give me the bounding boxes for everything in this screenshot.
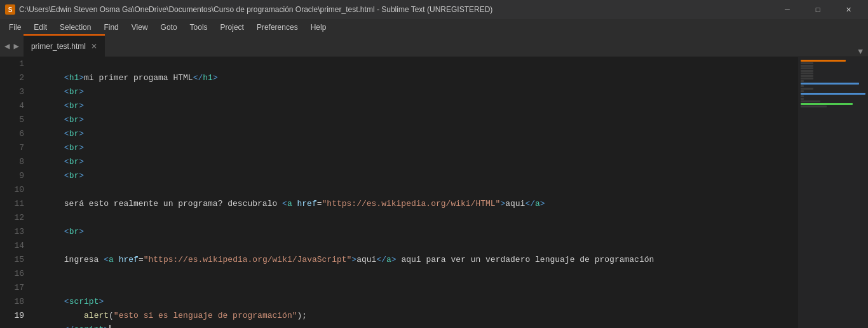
line-num-9: 9 [0,169,32,183]
line-num-8: 8 [0,155,32,169]
code-line-7: <br> [32,141,798,155]
line-num-15: 15 [0,253,32,267]
window-controls: ─ □ ✕ [773,0,863,19]
tab-close-button[interactable]: ✕ [91,42,97,51]
line-num-14: 14 [0,239,32,253]
line-num-11: 11 [0,197,32,211]
menu-goto[interactable]: Goto [154,19,184,35]
tab-nav: ◀ ▶ [0,35,24,57]
line-num-19: 19 [0,309,32,323]
code-line-3: <br> [32,85,798,99]
menu-edit[interactable]: Edit [27,19,53,35]
code-line-12: <br> [32,211,798,225]
code-line-5: <br> [32,113,798,127]
menu-tools[interactable]: Tools [184,19,214,35]
tab-prev-button[interactable]: ◀ [3,41,11,51]
menu-preferences[interactable]: Preferences [250,19,304,35]
minimap [798,57,868,328]
code-line-1: <h1>mi primer progama HTML</h1> [32,57,798,71]
code-line-17: <script> [32,281,798,295]
menu-view[interactable]: View [125,19,154,35]
line-num-16: 16 [0,267,32,281]
close-button[interactable]: ✕ [834,0,863,19]
line-num-18: 18 [0,295,32,309]
title-bar-left: S C:\Users\Edwin Steven Osma Ga\OneDrive… [5,4,492,15]
line-num-10: 10 [0,183,32,197]
code-line-14: ingresa <a href="https://es.wikipedia.or… [32,239,798,253]
menu-find[interactable]: Find [97,19,125,35]
minimap-content [798,57,868,111]
tab-bar: ◀ ▶ primer_test.html ✕ ▼ [0,35,868,57]
line-numbers: 1 2 3 4 5 6 7 8 9 10 11 12 13 14 15 16 1… [0,57,32,328]
line-num-5: 5 [0,113,32,127]
code-line-16 [32,267,798,281]
line-num-1: 1 [0,57,32,71]
maximize-button[interactable]: □ [803,0,832,19]
editor: 1 2 3 4 5 6 7 8 9 10 11 12 13 14 15 16 1… [0,57,868,328]
code-line-10: será esto realmente un programa? descubr… [32,183,798,197]
line-num-17: 17 [0,281,32,295]
line-num-6: 6 [0,127,32,141]
code-line-13 [32,225,798,239]
code-line-4: <br> [32,99,798,113]
minimize-button[interactable]: ─ [773,0,802,19]
line-num-4: 4 [0,99,32,113]
tab-filename: primer_test.html [31,42,86,51]
menu-selection[interactable]: Selection [53,19,97,35]
line-num-2: 2 [0,71,32,85]
tab-next-button[interactable]: ▶ [11,41,20,51]
code-line-9 [32,169,798,183]
code-area[interactable]: <h1>mi primer progama HTML</h1> <br> <br… [32,57,798,328]
code-line-6: <br> [32,127,798,141]
line-num-7: 7 [0,141,32,155]
tab-dropdown-button[interactable]: ▼ [853,47,868,57]
code-line-18: alert("esto si es lenguaje de programaci… [32,295,798,309]
line-num-12: 12 [0,211,32,225]
app-icon: S [5,4,15,15]
line-num-3: 3 [0,85,32,99]
line-num-13: 13 [0,225,32,239]
window-title: C:\Users\Edwin Steven Osma Ga\OneDrive\D… [19,5,492,14]
menu-bar: File Edit Selection Find View Goto Tools… [0,19,868,35]
code-line-8: <br> [32,155,798,169]
menu-help[interactable]: Help [304,19,333,35]
menu-project[interactable]: Project [214,19,250,35]
title-bar: S C:\Users\Edwin Steven Osma Ga\OneDrive… [0,0,868,19]
active-tab[interactable]: primer_test.html ✕ [24,34,105,57]
menu-file[interactable]: File [3,19,27,35]
